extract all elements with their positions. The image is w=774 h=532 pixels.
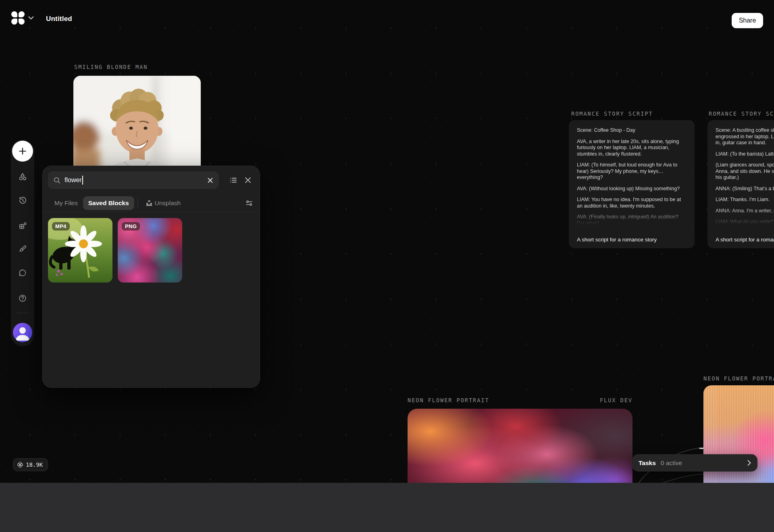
tasks-bar[interactable]: Tasks 0 active (632, 454, 757, 472)
blocks-icon (18, 221, 27, 230)
help-button[interactable] (18, 293, 27, 303)
tab-saved-blocks[interactable]: Saved Blocks (83, 196, 134, 210)
block-label-script1: ROMANCE STORY SCRIPT (571, 110, 653, 117)
tab-separator (137, 199, 138, 208)
app-menu-button[interactable] (11, 11, 34, 25)
chevron-down-icon (28, 16, 34, 20)
result-tile-video[interactable]: MP4 (48, 218, 112, 283)
unsplash-icon (146, 200, 152, 206)
block-label-script2: ROMANCE STORY SCRIPT (709, 110, 774, 117)
close-panel-button[interactable] (243, 176, 252, 186)
block-label-flower1: NEON FLOWER PORTRAIT (408, 397, 489, 403)
tasks-label: Tasks (639, 459, 656, 467)
script-text: Scene: A bustling coffee shop engrossed … (716, 127, 774, 228)
script-block-1[interactable]: Scene: Coffee Shop - Day AVA, a writer i… (569, 120, 695, 248)
tab-unsplash[interactable]: Unsplash (141, 196, 186, 210)
tasks-status: 0 active (661, 459, 682, 467)
close-icon (243, 176, 252, 185)
canvas[interactable]: Untitled Share (0, 0, 774, 532)
user-avatar-button[interactable] (13, 323, 32, 342)
search-query: flower (64, 177, 82, 184)
asset-search-panel: flower My Files Saved Blocks (42, 166, 260, 388)
list-view-button[interactable] (229, 176, 238, 186)
chevron-right-icon (747, 460, 751, 466)
file-type-badge: MP4 (52, 222, 70, 231)
credits-badge[interactable]: 18.9K (13, 458, 48, 471)
styles-button[interactable] (18, 244, 27, 254)
history-icon (18, 196, 27, 205)
sliders-icon (245, 199, 253, 207)
list-icon (229, 176, 238, 185)
model-label: FLUX DEV (600, 397, 633, 403)
text-caret (82, 176, 83, 185)
templates-button[interactable] (18, 221, 27, 231)
script-text: Scene: Coffee Shop - Day AVA, a writer i… (577, 127, 687, 228)
script-prompt: A short script for a romance story (577, 237, 689, 243)
plus-icon (18, 147, 27, 156)
search-input[interactable]: flower (48, 171, 219, 189)
person-icon (13, 323, 32, 342)
footer-banner: FLORA curated by Mobbin (0, 483, 774, 532)
help-icon (18, 294, 27, 303)
clear-search-button[interactable] (207, 177, 213, 183)
elements-tool-button[interactable] (18, 172, 27, 181)
script-block-2[interactable]: Scene: A bustling coffee shop engrossed … (707, 120, 774, 248)
share-button[interactable]: Share (732, 13, 763, 28)
source-tabs: My Files Saved Blocks Unsplash (43, 194, 260, 212)
chat-bubble-icon (18, 268, 27, 277)
connection-port[interactable] (699, 447, 703, 449)
block-label-portrait: SMILING BLONDE MAN (74, 64, 148, 70)
block-label-flower2: NEON FLOWER PORTRAIT (703, 375, 774, 382)
shapes-icon (18, 172, 27, 181)
credits-count: 18.9K (26, 461, 43, 468)
search-icon (54, 177, 60, 184)
script-prompt: A short script for a romance story (716, 237, 774, 243)
flower-icon (17, 461, 23, 468)
history-button[interactable] (18, 195, 27, 205)
tab-unsplash-label: Unsplash (155, 200, 181, 207)
brush-icon (18, 245, 27, 254)
filter-button[interactable] (245, 199, 253, 207)
chat-button[interactable] (18, 268, 27, 278)
search-results: MP4 PNG (48, 218, 182, 283)
toolbar-sidebar (11, 140, 34, 346)
sidebar-divider (17, 313, 29, 313)
add-block-button[interactable] (12, 141, 33, 162)
result-tile-image[interactable]: PNG (118, 218, 182, 283)
project-title[interactable]: Untitled (46, 12, 72, 26)
tab-my-files[interactable]: My Files (49, 196, 83, 210)
flora-logo-icon (11, 11, 25, 25)
file-type-badge: PNG (122, 222, 140, 231)
